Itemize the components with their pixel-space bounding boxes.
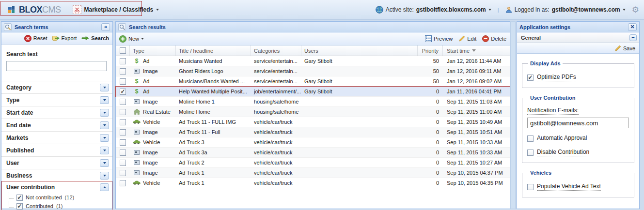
collapse-section-icon[interactable]: − bbox=[629, 34, 637, 41]
column-header-title[interactable]: Title / headline bbox=[176, 45, 251, 56]
optimize-pdfs-label[interactable]: Optimize PDFs bbox=[537, 74, 576, 81]
filter-section-markets[interactable]: Markets bbox=[1, 131, 112, 144]
table-row[interactable]: ImageMoline Home 1housing/sale/home0Sep … bbox=[116, 97, 510, 107]
export-button[interactable]: Export bbox=[52, 35, 77, 42]
automatic-approval-label[interactable]: Automatic Approval bbox=[537, 135, 587, 142]
select-all-checkbox[interactable] bbox=[120, 47, 126, 54]
filter-section-start-date[interactable]: Start date bbox=[1, 106, 112, 119]
filter-section-user[interactable]: User bbox=[1, 156, 112, 169]
chevron-down-icon[interactable] bbox=[100, 172, 109, 180]
general-section-header[interactable]: General − bbox=[517, 32, 639, 43]
dollar-icon: $ bbox=[133, 89, 141, 94]
filter-section-published[interactable]: Published bbox=[1, 144, 112, 156]
preview-button[interactable]: Preview bbox=[425, 35, 453, 42]
save-button[interactable]: Save bbox=[614, 45, 635, 52]
column-header-priority[interactable]: Priority bbox=[418, 45, 443, 56]
logged-in-value: gstibolt@townnews.com bbox=[552, 6, 620, 13]
row-categories: vehicle/car/truck bbox=[251, 129, 301, 135]
table-row[interactable]: $AdHelp Wanted Multiple Posit...job/ente… bbox=[116, 87, 510, 97]
chevron-down-icon[interactable] bbox=[100, 96, 109, 104]
filter-section-type[interactable]: Type bbox=[1, 93, 112, 106]
app-menu-button[interactable]: Marketplace / Classifieds bbox=[73, 5, 159, 14]
row-users: Gary Stibolt bbox=[301, 78, 418, 84]
table-row[interactable]: ImageAd Truck 2vehicle/car/truck0Sep 11,… bbox=[116, 158, 510, 168]
column-header-type[interactable]: Type bbox=[130, 45, 176, 56]
row-type: Image bbox=[143, 150, 158, 155]
notification-emails-input[interactable] bbox=[527, 118, 629, 128]
close-icon[interactable]: ✕ bbox=[628, 23, 637, 31]
chevron-down-icon[interactable] bbox=[100, 159, 109, 167]
delete-button[interactable]: Delete bbox=[482, 35, 506, 42]
table-row[interactable]: VehicleAd Truck 3vehicle/car/truck0Sep 1… bbox=[116, 137, 510, 148]
table-row[interactable]: Real EstateMoline Homehousing/sale/home0… bbox=[116, 107, 510, 117]
new-button[interactable]: New bbox=[119, 35, 144, 43]
user-contribution-header[interactable]: User contribution bbox=[2, 181, 112, 192]
table-row[interactable]: ImageAd Truck 11 - Fullvehicle/car/truck… bbox=[116, 127, 510, 137]
populate-vehicle-ad-text-checkbox[interactable] bbox=[527, 184, 534, 190]
filter-section-end-date[interactable]: End date bbox=[1, 119, 112, 131]
table-row[interactable]: ImageAd Truck 3avehicle/car/truck0Sep 11… bbox=[116, 148, 510, 158]
row-checkbox[interactable] bbox=[120, 139, 126, 146]
row-checkbox[interactable] bbox=[120, 160, 126, 166]
row-priority: 0 bbox=[418, 89, 443, 94]
row-checkbox[interactable] bbox=[120, 68, 126, 75]
row-checkbox[interactable] bbox=[120, 119, 126, 125]
row-type: Vehicle bbox=[143, 139, 160, 145]
table-row[interactable]: ImageAd Truck 1vehicle/car/truck0Sep 10,… bbox=[116, 168, 510, 178]
application-settings-panel: Application settings ✕ General − Save Di… bbox=[517, 21, 640, 209]
panel-splitter[interactable] bbox=[510, 21, 516, 209]
chevron-down-icon[interactable] bbox=[100, 84, 109, 91]
column-header-categories[interactable]: Categories bbox=[251, 45, 301, 56]
row-checkbox[interactable] bbox=[120, 170, 126, 176]
row-checkbox[interactable] bbox=[120, 99, 126, 105]
panel-title: Application settings bbox=[519, 24, 570, 30]
row-checkbox[interactable] bbox=[120, 78, 126, 85]
active-site-menu[interactable]: Active site: gstiboltflex.bloxcms.com bbox=[376, 6, 491, 14]
row-checkbox[interactable] bbox=[120, 89, 126, 95]
optimize-pdfs-checkbox[interactable] bbox=[527, 75, 534, 81]
gear-icon[interactable]: ⚙ bbox=[632, 6, 639, 14]
row-checkbox[interactable] bbox=[120, 109, 126, 115]
row-checkbox[interactable] bbox=[120, 150, 126, 156]
row-priority: 0 bbox=[418, 170, 443, 176]
plus-icon bbox=[119, 35, 126, 43]
row-checkbox[interactable] bbox=[120, 180, 126, 186]
column-header-users[interactable]: Users bbox=[301, 45, 418, 56]
disable-contribution-checkbox[interactable] bbox=[527, 150, 534, 156]
chevron-down-icon[interactable] bbox=[100, 121, 109, 129]
logged-in-menu[interactable]: Logged in as: gstibolt@townnews.com bbox=[505, 6, 626, 13]
option-checkbox[interactable] bbox=[16, 203, 23, 210]
automatic-approval-checkbox[interactable] bbox=[527, 135, 534, 142]
vehicles-fieldset: Vehicles Populate Vehicle Ad Text bbox=[522, 170, 634, 197]
chevron-down-icon[interactable] bbox=[100, 134, 109, 142]
table-row[interactable]: $AdMusicians Wantedservice/entertain...G… bbox=[116, 56, 510, 66]
disable-contribution-label[interactable]: Disable Contribution bbox=[537, 149, 589, 156]
search-text-input[interactable] bbox=[6, 61, 107, 71]
table-row[interactable]: ImageGhost Riders Logoservice/entertain.… bbox=[116, 66, 510, 76]
row-start-time: Jan 11, 2016 04:41 PM bbox=[443, 89, 510, 94]
fieldset-legend: User Contribution bbox=[528, 95, 578, 101]
chevron-down-icon[interactable] bbox=[100, 147, 109, 154]
row-checkbox[interactable] bbox=[120, 129, 126, 135]
edit-button[interactable]: Edit bbox=[458, 35, 476, 42]
column-header-start-time[interactable]: Start time bbox=[443, 45, 510, 56]
row-priority: 0 bbox=[418, 180, 443, 186]
search-button[interactable]: Search bbox=[81, 35, 109, 41]
user-contribution-fieldset: User Contribution Notification E-mails: … bbox=[522, 95, 634, 163]
row-checkbox[interactable] bbox=[120, 58, 126, 64]
chevron-up-icon[interactable] bbox=[100, 183, 109, 191]
filter-section-business[interactable]: Business bbox=[1, 169, 112, 181]
chevron-down-icon[interactable] bbox=[100, 109, 109, 117]
row-priority: 0 bbox=[418, 160, 443, 165]
collapse-panel-button[interactable]: « bbox=[101, 23, 110, 31]
reset-button[interactable]: Reset bbox=[24, 35, 47, 42]
fieldset-legend: Vehicles bbox=[528, 170, 553, 176]
filter-section-category[interactable]: Category bbox=[1, 81, 112, 93]
table-row[interactable]: VehicleAd Truck 11 - FULL IMGvehicle/car… bbox=[116, 117, 510, 127]
option-checkbox[interactable] bbox=[16, 195, 23, 201]
settings-toolbar: Save bbox=[517, 43, 639, 54]
table-row[interactable]: $AdMusicians/Bands Wanted ...service/ent… bbox=[116, 76, 510, 87]
populate-vehicle-ad-text-label[interactable]: Populate Vehicle Ad Text bbox=[537, 183, 601, 191]
table-row[interactable]: VehicleAd Truck 1vehicle/car/truck0Sep 1… bbox=[116, 178, 510, 188]
row-priority: 0 bbox=[418, 129, 443, 135]
